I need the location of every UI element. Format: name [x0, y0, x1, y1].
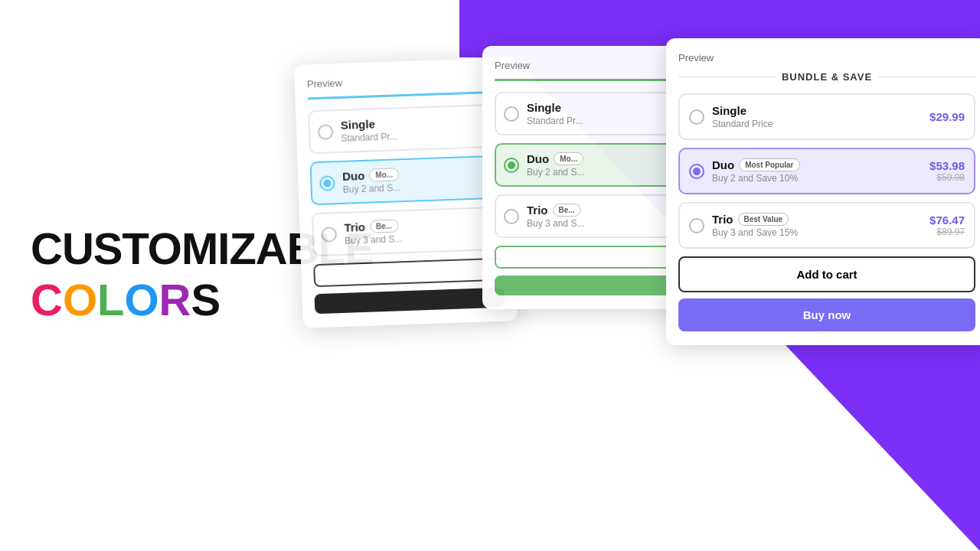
preview-label-3: Preview: [678, 52, 975, 64]
preview-card-3: Preview BUNDLE & SAVE Single Standard Pr…: [666, 38, 980, 345]
single-price-main: $29.99: [929, 110, 965, 123]
letter-c: C: [31, 275, 63, 324]
accent-line-2: [495, 79, 684, 81]
option-subtitle-trio: Buy 3 and S...: [345, 233, 406, 246]
btn-row-3: Add to cart Buy now: [678, 256, 975, 331]
preview-label-1: Preview: [307, 72, 497, 90]
btn-row-2: [495, 246, 684, 295]
option-subtitle-duo: Buy 2 and S...: [343, 182, 404, 195]
radio-single-1: [318, 124, 334, 140]
single-price: $29.99: [929, 110, 965, 123]
option-info-single-2: Single Standard Pr...: [527, 101, 675, 126]
option-info-trio-3: Trio Best Value Buy 3 and Save 15%: [712, 213, 922, 238]
option-name-duo: Duo: [342, 169, 365, 183]
option-subtitle-single-2: Standard Pr...: [527, 116, 588, 126]
letter-o2: O: [124, 275, 158, 324]
option-info-duo-1: Duo Mo... Buy 2 and S...: [342, 165, 492, 195]
badge-best-value: Best Value: [738, 213, 789, 226]
option-subtitle-duo-2: Buy 2 and S...: [527, 167, 588, 178]
option-subtitle: Standard Pr...: [341, 131, 402, 144]
badge-popular-1: Mo...: [369, 168, 399, 181]
add-to-cart-btn-1[interactable]: [313, 258, 504, 288]
bundle-header: BUNDLE & SAVE: [678, 71, 975, 83]
card2-option-single[interactable]: Single Standard Pr...: [495, 92, 684, 135]
option-name-single-2: Single: [527, 101, 561, 114]
card1-option-duo[interactable]: Duo Mo... Buy 2 and S...: [310, 155, 501, 206]
trio-price: $76.47 $89.97: [929, 214, 965, 237]
radio-trio-1: [321, 227, 337, 243]
card2-option-duo[interactable]: Duo Mo... Buy 2 and S...: [495, 143, 684, 187]
radio-duo-1: [319, 175, 335, 191]
card3-option-single[interactable]: Single Standard Price $29.99: [678, 93, 975, 140]
badge-popular-2: Mo...: [554, 152, 583, 165]
card1-option-single[interactable]: Single Standard Pr...: [308, 104, 499, 155]
duo-price-main: $53.98: [929, 159, 965, 172]
duo-price-original: $59.98: [929, 172, 965, 183]
option-info-single-3: Single Standard Price: [712, 104, 922, 129]
duo-subtitle: Buy 2 and Save 10%: [712, 173, 922, 184]
preview-label-2: Preview: [495, 60, 684, 71]
option-name-trio: Trio: [344, 220, 365, 234]
duo-price: $53.98 $59.98: [929, 159, 965, 183]
btn-row-1: [313, 258, 505, 315]
option-name-trio-2: Trio: [527, 204, 548, 217]
trio-price-main: $76.47: [929, 214, 965, 227]
card1-option-trio[interactable]: Trio Be... Buy 3 and S...: [312, 207, 503, 257]
buy-now-btn-2[interactable]: [495, 276, 684, 295]
add-to-cart-btn-3[interactable]: Add to cart: [678, 256, 975, 292]
letter-o: O: [63, 275, 97, 324]
radio-trio-3: [689, 218, 704, 233]
preview-card-2: Preview Single Standard Pr... Duo Mo...: [482, 46, 697, 309]
radio-single-2: [504, 106, 519, 122]
option-info-trio-2: Trio Be... Buy 3 and S...: [527, 204, 675, 229]
duo-name: Duo: [712, 158, 734, 171]
badge-value-2: Be...: [553, 204, 581, 217]
option-name-duo-2: Duo: [527, 152, 549, 165]
single-subtitle: Standard Price: [712, 119, 922, 129]
buy-now-btn-1[interactable]: [315, 288, 505, 315]
letter-r: R: [159, 275, 191, 324]
accent-line-1: [308, 91, 498, 100]
card2-option-trio[interactable]: Trio Be... Buy 3 and S...: [495, 194, 684, 238]
option-info-duo-3: Duo Most Popular Buy 2 and Save 10%: [712, 158, 922, 184]
single-name: Single: [712, 104, 746, 117]
option-info-trio-1: Trio Be... Buy 3 and S...: [344, 216, 493, 246]
trio-subtitle: Buy 3 and Save 15%: [712, 227, 922, 238]
trio-price-original: $89.97: [929, 227, 965, 237]
bundle-label: BUNDLE & SAVE: [782, 71, 872, 83]
add-to-cart-btn-2[interactable]: [495, 246, 684, 269]
option-name: Single: [341, 117, 376, 132]
buy-now-btn-3[interactable]: Buy now: [678, 298, 975, 331]
badge-most-popular: Most Popular: [739, 158, 799, 171]
card3-option-trio[interactable]: Trio Best Value Buy 3 and Save 15% $76.4…: [678, 202, 975, 249]
radio-duo-2: [504, 158, 519, 173]
radio-duo-3: [689, 164, 704, 179]
card3-option-duo[interactable]: Duo Most Popular Buy 2 and Save 10% $53.…: [678, 148, 975, 194]
letter-l: L: [97, 275, 124, 324]
trio-name: Trio: [712, 213, 733, 226]
option-info-duo-2: Duo Mo... Buy 2 and S...: [527, 152, 675, 178]
radio-single-3: [689, 109, 704, 125]
option-subtitle-trio-2: Buy 3 and S...: [527, 218, 588, 229]
badge-value-1: Be...: [370, 219, 399, 233]
letter-s: S: [191, 275, 220, 324]
option-info-single-1: Single Standard Pr...: [341, 113, 490, 144]
radio-trio-2: [504, 209, 519, 224]
cards-area: Preview Single Standard Pr... Duo Mo...: [299, 38, 980, 345]
